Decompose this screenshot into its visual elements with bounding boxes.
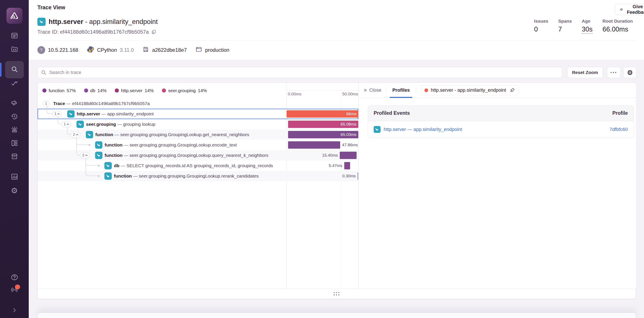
stat-label: Root Duration: [602, 18, 633, 24]
span-platform-icon: [67, 110, 74, 118]
sidebar-item-issues[interactable]: [7, 29, 22, 43]
settings-icon: ⚙: [11, 187, 18, 195]
sidebar-item-expand[interactable]: [7, 304, 22, 317]
meta-item-window[interactable]: production: [195, 46, 229, 54]
span-duration-bar[interactable]: [288, 141, 340, 149]
span-duration-label: 5.47ms: [329, 160, 342, 171]
search-input[interactable]: [38, 67, 562, 78]
stat-value: 66.00ms: [602, 25, 628, 33]
tab-profiles[interactable]: Profiles: [391, 83, 411, 98]
tree-connector: [47, 109, 52, 114]
span-duration-bar[interactable]: [344, 162, 350, 169]
children-count-badge[interactable]: 2: [80, 152, 90, 158]
sidebar-item-replays[interactable]: [7, 110, 22, 124]
span-description: grouping lookup: [123, 122, 156, 127]
span-row-function[interactable]: 2function — seer.grouping.grouping.Group…: [38, 150, 358, 160]
trace-settings-button[interactable]: ⚙: [623, 67, 637, 78]
sidebar-item-feedback[interactable]: [7, 97, 22, 110]
trace-root-row[interactable]: 1Trace — ef44188d60c1496a89b1767cf9b5057…: [38, 98, 358, 109]
legend-label: http.server: [121, 88, 142, 93]
tree-leaf-dot: [98, 175, 100, 177]
sidebar-item-alerts[interactable]: [7, 123, 22, 137]
sidebar-item-insights[interactable]: [7, 170, 22, 184]
children-count-badge[interactable]: 1: [52, 111, 62, 117]
span-row-http.server[interactable]: 1http.server — app.similarity_endpoint66…: [38, 109, 358, 119]
legend-item-seer.grouping[interactable]: seer.grouping14%: [162, 88, 207, 93]
pin-tab-button[interactable]: [510, 87, 515, 93]
tab-separator: [386, 87, 386, 93]
span-description: seer.grouping.grouping.GroupingLookup.ge…: [120, 132, 250, 137]
trace-detail-panel: × Close Profiles http.server - app.simil…: [358, 83, 636, 289]
trace-rows: 1Trace — ef44188d60c1496a89b1767cf9b5057…: [38, 98, 358, 181]
children-count-badge[interactable]: 1: [43, 101, 50, 107]
col-profile: Profile: [612, 110, 628, 116]
page-header: Trace View http.server - app.similarity_…: [29, 0, 644, 60]
meta-item-disk[interactable]: a2622dbe18e7: [142, 46, 187, 54]
span-row-function[interactable]: function — seer.grouping.grouping.Groupi…: [38, 140, 358, 150]
sidebar-item-broadcast[interactable]: [7, 284, 22, 297]
trace-title-name: app.similarity_endpoint: [89, 18, 158, 25]
children-count-badge[interactable]: 1: [61, 121, 71, 127]
stat-value[interactable]: 30s: [582, 25, 592, 34]
legend-item-function[interactable]: function57%: [42, 88, 76, 93]
sidebar-item-dashboards[interactable]: [7, 137, 22, 150]
close-panel-button[interactable]: × Close: [364, 87, 381, 93]
span-timeline-cell: 66ms: [286, 109, 358, 119]
sidebar-item-settings[interactable]: ⚙: [7, 184, 22, 197]
legend-item-http.server[interactable]: http.server14%: [115, 88, 154, 93]
legend-item-db[interactable]: db14%: [84, 88, 106, 93]
legend-dot: [162, 88, 166, 93]
sidebar-item-explore[interactable]: [7, 43, 22, 56]
sidebar-item-help[interactable]: [7, 271, 22, 284]
panel-resize-handle[interactable]: [38, 289, 636, 299]
close-label: Close: [369, 87, 381, 93]
notification-badge: [15, 285, 20, 289]
give-feedback-label: Give Feedback: [626, 4, 644, 15]
span-platform-icon: [95, 152, 102, 159]
sentry-logo[interactable]: [6, 8, 22, 24]
profiled-event-label: http.server — app.similarity_endpoint: [384, 127, 462, 132]
more-options-button[interactable]: ···: [607, 67, 621, 78]
sidebar: ⚙: [0, 0, 29, 318]
span-sep: —: [101, 111, 106, 116]
legend-label: db: [90, 88, 95, 93]
span-timeline-cell: 5.47ms: [286, 160, 358, 171]
expand-icon: [11, 307, 18, 314]
sidebar-item-releases[interactable]: [7, 150, 22, 163]
tab-active-underline: [390, 97, 412, 98]
meta-item-unknown[interactable]: ?10.5.221.168: [38, 46, 78, 54]
copy-icon[interactable]: [151, 29, 156, 34]
span-row-seer.grouping[interactable]: 1seer.grouping — grouping lookup65.08ms: [38, 119, 358, 130]
window-icon: [195, 46, 202, 54]
sidebar-item-metrics[interactable]: [7, 77, 22, 90]
span-platform-icon: [104, 172, 112, 180]
span-platform-icon: [95, 141, 102, 149]
span-description: seer.grouping.grouping.GroupingLookup.qu…: [130, 153, 268, 158]
children-count-badge[interactable]: 2: [71, 132, 80, 138]
timeline-tick-50: 50.00ms: [342, 92, 358, 96]
give-feedback-button[interactable]: Give Feedback: [615, 4, 644, 15]
selected-span-pill[interactable]: http.server - app.similarity_endpoint: [421, 85, 519, 95]
help-icon: [10, 273, 18, 282]
profile-id-link[interactable]: 7dfbfc60: [610, 127, 628, 132]
dashboards-icon: [10, 139, 18, 148]
span-row-db[interactable]: db — SELECT grouping_records.id AS group…: [38, 160, 358, 171]
meta-item-python[interactable]: CPython3.11.0: [87, 46, 134, 54]
span-row-function[interactable]: function — seer.grouping.grouping.Groupi…: [38, 171, 358, 181]
reset-zoom-button[interactable]: Reset Zoom: [567, 67, 603, 78]
bottom-drawer[interactable]: [38, 313, 636, 318]
releases-icon: [10, 152, 18, 161]
profiled-event-link[interactable]: http.server — app.similarity_endpoint: [374, 126, 462, 133]
sidebar-item-search[interactable]: [5, 61, 24, 78]
badge-count: 1: [64, 122, 66, 126]
span-row-function[interactable]: 2function — seer.grouping.grouping.Group…: [38, 130, 358, 140]
span-op: function: [95, 132, 113, 137]
span-row-text: Trace — ef44188d60c1496a89b1767cf9b5057a: [53, 98, 285, 109]
trace-title: http.server - app.similarity_endpoint: [38, 18, 158, 26]
span-duration-bar[interactable]: [340, 152, 356, 159]
span-row-text: http.server — app.similarity_endpoint: [77, 109, 285, 119]
span-row-text: function — seer.grouping.grouping.Groupi…: [104, 150, 285, 160]
span-duration-bar[interactable]: [358, 172, 358, 180]
tree-connector-line: [76, 140, 77, 150]
tree-connector: [67, 129, 71, 135]
